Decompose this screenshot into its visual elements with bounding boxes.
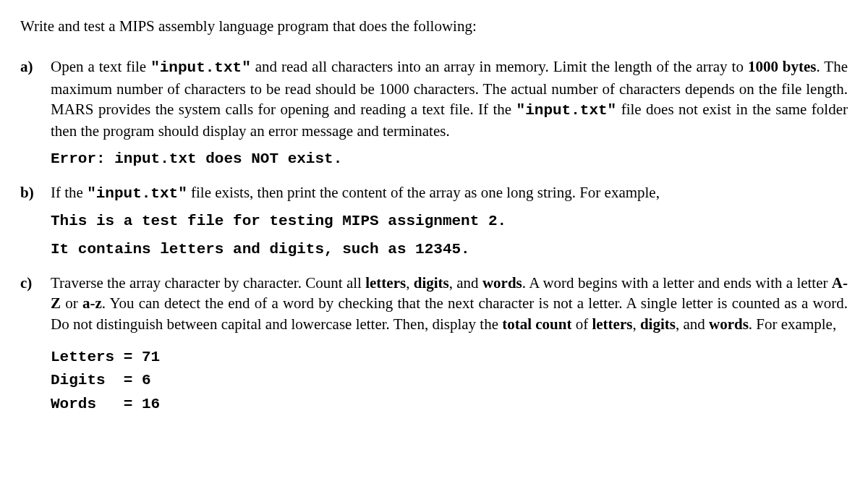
text: and read all characters into an array in… — [251, 58, 748, 75]
text: , — [632, 315, 640, 333]
list-item-c: c) Traverse the array character by chara… — [20, 273, 848, 417]
filename: "input.txt" — [516, 102, 617, 119]
kw-words: words — [482, 274, 522, 292]
content-c: Traverse the array character by characte… — [51, 273, 848, 417]
para-b: If the "input.txt" file exists, then pri… — [51, 182, 848, 204]
content-a: Open a text file "input.txt" and read al… — [51, 56, 848, 172]
text: file exists, then print the content of t… — [187, 184, 660, 201]
text: , and — [676, 315, 709, 333]
list-item-b: b) If the "input.txt" file exists, then … — [20, 182, 848, 263]
filename: "input.txt" — [150, 59, 251, 76]
text: Traverse the array character by characte… — [51, 274, 365, 292]
text: . A word begins with a letter and ends w… — [522, 274, 832, 292]
intro-text: Write and test a MIPS assembly language … — [20, 16, 848, 36]
kw-total-count: total count — [502, 315, 571, 333]
text: If the — [51, 184, 87, 201]
marker-b: b) — [20, 182, 51, 203]
filename: "input.txt" — [87, 185, 187, 202]
kw-words-2: words — [709, 315, 749, 333]
output-words: Words = 16 — [51, 394, 848, 415]
kw-letters-2: letters — [592, 315, 632, 333]
marker-a: a) — [20, 56, 51, 77]
output-letters: Letters = 71 — [51, 347, 848, 368]
kw-digits-2: digits — [640, 315, 676, 333]
text: of — [571, 315, 592, 333]
text: or — [61, 294, 82, 312]
marker-c: c) — [20, 273, 51, 293]
text: , — [406, 274, 414, 292]
kw-letters: letters — [365, 274, 406, 292]
range-lower: a-z — [82, 294, 102, 312]
text: Open a text file — [51, 58, 150, 75]
bytes-limit: 1000 bytes — [748, 58, 817, 75]
list-item-a: a) Open a text file "input.txt" and read… — [20, 56, 848, 172]
sample-line-2: It contains letters and digits, such as … — [51, 239, 848, 260]
content-b: If the "input.txt" file exists, then pri… — [51, 182, 848, 263]
text: . For example, — [749, 315, 836, 333]
text: , and — [449, 274, 482, 292]
output-digits: Digits = 6 — [51, 370, 848, 391]
error-message: Error: input.txt does NOT exist. — [51, 149, 848, 169]
para-c: Traverse the array character by characte… — [51, 273, 848, 334]
sample-line-1: This is a test file for testing MIPS ass… — [51, 211, 848, 231]
kw-digits: digits — [414, 274, 449, 292]
para-a: Open a text file "input.txt" and read al… — [51, 56, 848, 141]
